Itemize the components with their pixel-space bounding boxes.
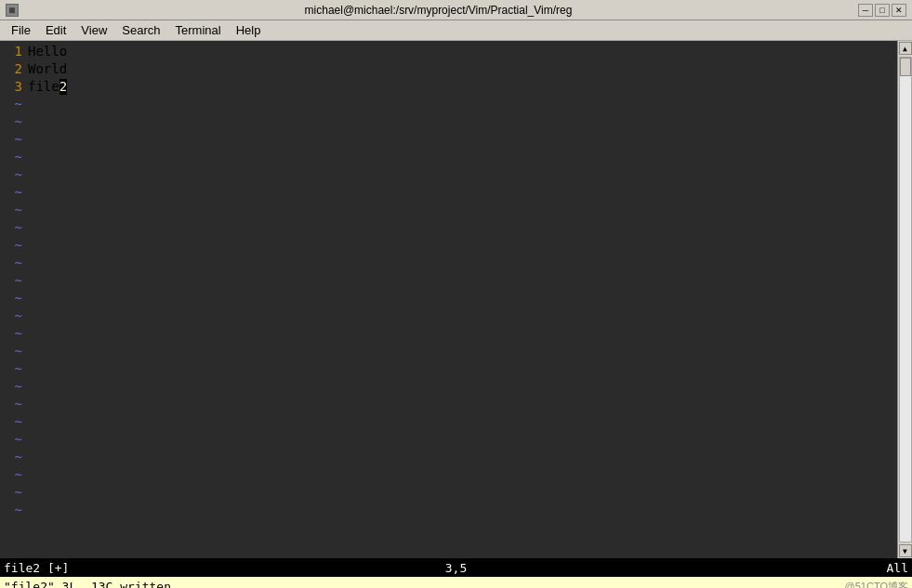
tilde-char: ~: [0, 255, 28, 272]
statusline: file2 [+] 3,5 All: [0, 558, 912, 577]
tilde-line: ~: [0, 113, 897, 131]
tilde-line: ~: [0, 255, 897, 272]
titlebar-buttons: ─ □ ✕: [858, 4, 906, 17]
minimize-button[interactable]: ─: [858, 4, 873, 17]
menu-item-view[interactable]: View: [73, 21, 114, 39]
status-scroll: All: [607, 561, 908, 575]
tilde-line: ~: [0, 184, 897, 202]
message-text: "file2" 3L, 13C written: [4, 580, 171, 589]
scrollbar-up-button[interactable]: ▲: [899, 42, 912, 55]
line-content-1: Hello: [28, 43, 67, 60]
tilde-char: ~: [0, 343, 28, 360]
tilde-char: ~: [0, 202, 28, 219]
tilde-char: ~: [0, 219, 28, 237]
tilde-line: ~: [0, 466, 897, 484]
tilde-line: ~: [0, 396, 897, 413]
line-number-2: 2: [0, 60, 28, 78]
tilde-char: ~: [0, 431, 28, 449]
tilde-line: ~: [0, 237, 897, 255]
tilde-line: ~: [0, 219, 897, 237]
close-button[interactable]: ✕: [892, 4, 906, 17]
tilde-char: ~: [0, 184, 28, 202]
tilde-char: ~: [0, 290, 28, 307]
tilde-line: ~: [0, 413, 897, 431]
tilde-line: ~: [0, 431, 897, 449]
watermark-text: @51CTO博客: [845, 580, 908, 589]
tilde-char: ~: [0, 166, 28, 184]
message-line: "file2" 3L, 13C written @51CTO博客: [0, 577, 912, 588]
tilde-line: ~: [0, 325, 897, 343]
tilde-char: ~: [0, 502, 28, 519]
menu-item-help[interactable]: Help: [229, 21, 269, 39]
menu-item-search[interactable]: Search: [114, 21, 167, 39]
tilde-char: ~: [0, 466, 28, 484]
tilde-char: ~: [0, 378, 28, 396]
tilde-char: ~: [0, 96, 28, 113]
tilde-line: ~: [0, 202, 897, 219]
titlebar: ■ michael@michael:/srv/myproject/Vim/Pra…: [0, 0, 912, 20]
scrollbar-down-button[interactable]: ▼: [899, 544, 912, 557]
scrollbar-thumb[interactable]: [900, 58, 911, 76]
window-icon: ■: [6, 4, 19, 17]
tilde-line: ~: [0, 378, 897, 396]
editor-line-2: 2 World: [0, 60, 897, 78]
tilde-line: ~: [0, 166, 897, 184]
tilde-line: ~: [0, 272, 897, 290]
tilde-line: ~: [0, 131, 897, 149]
status-position: 3,5: [305, 561, 606, 575]
tilde-char: ~: [0, 307, 28, 325]
tilde-line: ~: [0, 449, 897, 466]
tilde-line: ~: [0, 149, 897, 166]
scrollbar[interactable]: ▲ ▼: [897, 41, 912, 558]
menu-item-file[interactable]: File: [4, 21, 38, 39]
tilde-char: ~: [0, 413, 28, 431]
editor-line-1: 1 Hello: [0, 43, 897, 60]
menu-item-terminal[interactable]: Terminal: [168, 21, 229, 39]
cursor: 2: [59, 79, 67, 95]
editor-line-3: 3 file2: [0, 78, 897, 96]
line-number-3: 3: [0, 78, 28, 96]
tilde-char: ~: [0, 272, 28, 290]
status-filename: file2 [+]: [4, 561, 305, 575]
tilde-line: ~: [0, 307, 897, 325]
tilde-char: ~: [0, 237, 28, 255]
tilde-char: ~: [0, 360, 28, 378]
tilde-char: ~: [0, 449, 28, 466]
tilde-char: ~: [0, 325, 28, 343]
tilde-char: ~: [0, 131, 28, 149]
tilde-line: ~: [0, 343, 897, 360]
menubar: FileEditViewSearchTerminalHelp: [0, 20, 912, 41]
tilde-char: ~: [0, 396, 28, 413]
tilde-line: ~: [0, 484, 897, 502]
window-title: michael@michael:/srv/myproject/Vim/Pract…: [19, 4, 858, 17]
tilde-char: ~: [0, 149, 28, 166]
tilde-line: ~: [0, 290, 897, 307]
scrollbar-track[interactable]: [899, 57, 912, 542]
tilde-char: ~: [0, 484, 28, 502]
editor-text-area[interactable]: 1 Hello 2 World 3 file2 ~ ~ ~ ~ ~ ~ ~ ~ …: [0, 41, 897, 558]
tilde-char: ~: [0, 113, 28, 131]
tilde-line: ~: [0, 360, 897, 378]
menu-item-edit[interactable]: Edit: [38, 21, 73, 39]
line-content-3: file2: [28, 78, 67, 96]
line-content-2: World: [28, 60, 67, 78]
line-number-1: 1: [0, 43, 28, 60]
tilde-line: ~: [0, 502, 897, 519]
maximize-button[interactable]: □: [875, 4, 890, 17]
tilde-line: ~: [0, 96, 897, 113]
